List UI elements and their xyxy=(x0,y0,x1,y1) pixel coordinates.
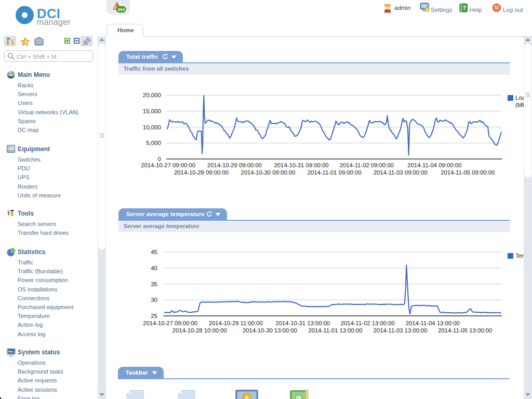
svg-text:2014-10-27 09:00:00: 2014-10-27 09:00:00 xyxy=(143,320,197,326)
svg-text:2014-10-27 09:00:00: 2014-10-27 09:00:00 xyxy=(141,162,195,168)
svg-text:30: 30 xyxy=(151,297,157,303)
svg-text:2014-11-01 13:00:00: 2014-11-01 13:00:00 xyxy=(308,327,362,334)
svg-text:2014-10-30 13:00:00: 2014-10-30 13:00:00 xyxy=(243,327,297,334)
svg-text:2014-10-29 11:00:00: 2014-10-29 11:00:00 xyxy=(209,320,263,326)
svg-text:2014-10-30 09:00:00: 2014-10-30 09:00:00 xyxy=(241,169,295,176)
svg-text:2014-11-04 13:00:00: 2014-11-04 13:00:00 xyxy=(406,320,460,326)
svg-text:10,000: 10,000 xyxy=(143,124,161,130)
svg-text:2014-11-03 09:00:00: 2014-11-03 09:00:00 xyxy=(374,169,428,176)
svg-text:2014-11-02 09:00:00: 2014-11-02 09:00:00 xyxy=(340,162,394,168)
svg-text:5,000: 5,000 xyxy=(146,140,161,146)
svg-text:2014-10-29 09:00:00: 2014-10-29 09:00:00 xyxy=(207,162,262,168)
svg-text:2014-11-01 09:00:00: 2014-11-01 09:00:00 xyxy=(308,169,362,176)
svg-text:2014-10-31 09:00:00: 2014-10-31 09:00:00 xyxy=(274,162,329,168)
svg-text:2014-11-05 09:00:00: 2014-11-05 09:00:00 xyxy=(441,169,495,176)
svg-text:0: 0 xyxy=(158,156,161,162)
svg-text:35: 35 xyxy=(151,281,157,287)
svg-text:2014-11-04 09:00:00: 2014-11-04 09:00:00 xyxy=(407,162,461,168)
svg-text:15,000: 15,000 xyxy=(143,108,161,114)
svg-text:2014-11-02 13:00:00: 2014-11-02 13:00:00 xyxy=(341,320,395,326)
svg-text:(Mbit/s): (Mbit/s) xyxy=(515,102,524,108)
svg-text:?: ? xyxy=(463,5,466,11)
svg-text:2014-11-05 13:00:00: 2014-11-05 13:00:00 xyxy=(438,327,492,334)
svg-text:2014-10-31 13:00:00: 2014-10-31 13:00:00 xyxy=(275,320,330,326)
svg-text:Load: Load xyxy=(515,95,524,101)
svg-text:2014-10-28 10:00:00: 2014-10-28 10:00:00 xyxy=(172,327,227,334)
svg-text:45: 45 xyxy=(151,249,157,255)
svg-text:40: 40 xyxy=(151,265,157,271)
svg-text:25: 25 xyxy=(151,313,157,319)
svg-text:2014-10-28 09:00:00: 2014-10-28 09:00:00 xyxy=(174,169,229,176)
svg-text:20,000: 20,000 xyxy=(143,92,161,98)
svg-text:304: 304 xyxy=(118,7,125,12)
svg-text:Temperature: Temperature xyxy=(515,252,524,259)
svg-text:2014-11-03 13:00:00: 2014-11-03 13:00:00 xyxy=(374,327,428,334)
svg-text:manager: manager xyxy=(37,17,71,26)
